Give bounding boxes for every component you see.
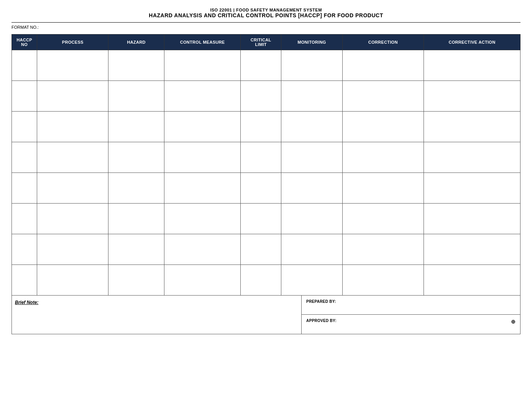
page-header: ISO 22001 | FOOD SAFETY MANAGEMENT SYSTE…	[11, 8, 521, 18]
cell-hazard	[108, 204, 164, 234]
cell-critical_limit	[241, 265, 281, 296]
cell-monitoring	[281, 173, 342, 204]
cell-hazard	[108, 50, 164, 81]
cell-correction	[342, 265, 424, 296]
col-header-haccp-no: HACCPNO	[12, 34, 37, 50]
cell-control_measure	[164, 142, 241, 173]
subtitle: ISO 22001 | FOOD SAFETY MANAGEMENT SYSTE…	[11, 8, 521, 12]
col-header-correction: CORRECTION	[342, 34, 424, 50]
cell-control_measure	[164, 173, 241, 204]
page-title: HAZARD ANALYSIS AND CRITICAL CONTROL POI…	[11, 12, 521, 18]
cell-correction	[342, 204, 424, 234]
cell-corrective_action	[424, 81, 520, 112]
prepared-by-row: PREPARED BY:	[302, 296, 520, 315]
cell-corrective_action	[424, 112, 520, 142]
col-header-monitoring: MONITORING	[281, 34, 342, 50]
prepared-by-label: PREPARED BY:	[306, 299, 336, 304]
cell-monitoring	[281, 204, 342, 234]
signatures-section: PREPARED BY: APPROVED BY: ⊕	[302, 296, 521, 334]
cell-process	[37, 142, 108, 173]
cell-critical_limit	[241, 81, 281, 112]
cell-hazard	[108, 265, 164, 296]
col-header-corrective-action: CORRECTIVE ACTION	[424, 34, 520, 50]
brief-note-section: Brief Note:	[11, 296, 302, 334]
table-row	[12, 81, 521, 112]
cell-corrective_action	[424, 204, 520, 234]
cell-process	[37, 173, 108, 204]
cell-hazard	[108, 142, 164, 173]
cell-correction	[342, 234, 424, 265]
table-row	[12, 112, 521, 142]
cell-corrective_action	[424, 265, 520, 296]
cell-haccp_no	[12, 234, 37, 265]
cell-hazard	[108, 234, 164, 265]
cell-correction	[342, 81, 424, 112]
cell-corrective_action	[424, 234, 520, 265]
cell-process	[37, 50, 108, 81]
cell-correction	[342, 142, 424, 173]
col-header-process: PROCESS	[37, 34, 108, 50]
cell-haccp_no	[12, 112, 37, 142]
cell-control_measure	[164, 265, 241, 296]
cell-critical_limit	[241, 173, 281, 204]
cell-process	[37, 234, 108, 265]
haccp-table: HACCPNO PROCESS HAZARD CONTROL MEASURE C…	[11, 34, 521, 296]
cell-corrective_action	[424, 173, 520, 204]
cell-critical_limit	[241, 234, 281, 265]
cell-haccp_no	[12, 173, 37, 204]
cell-correction	[342, 50, 424, 81]
table-row	[12, 265, 521, 296]
cell-monitoring	[281, 112, 342, 142]
approved-by-label: APPROVED BY:	[306, 319, 337, 323]
plus-icon: ⊕	[511, 319, 516, 325]
cell-hazard	[108, 112, 164, 142]
table-header-row: HACCPNO PROCESS HAZARD CONTROL MEASURE C…	[12, 34, 521, 50]
format-no: FORMAT NO.:	[11, 25, 521, 30]
cell-correction	[342, 173, 424, 204]
cell-haccp_no	[12, 50, 37, 81]
cell-control_measure	[164, 234, 241, 265]
cell-monitoring	[281, 50, 342, 81]
col-header-hazard: HAZARD	[108, 34, 164, 50]
cell-process	[37, 81, 108, 112]
cell-critical_limit	[241, 112, 281, 142]
cell-corrective_action	[424, 142, 520, 173]
cell-hazard	[108, 81, 164, 112]
cell-critical_limit	[241, 142, 281, 173]
table-row	[12, 142, 521, 173]
cell-monitoring	[281, 234, 342, 265]
cell-haccp_no	[12, 142, 37, 173]
footer-row: Brief Note: PREPARED BY: APPROVED BY: ⊕	[11, 296, 521, 334]
cell-process	[37, 112, 108, 142]
cell-critical_limit	[241, 50, 281, 81]
cell-haccp_no	[12, 81, 37, 112]
table-row	[12, 50, 521, 81]
cell-haccp_no	[12, 204, 37, 234]
approved-by-row: APPROVED BY: ⊕	[302, 315, 520, 334]
cell-process	[37, 265, 108, 296]
cell-process	[37, 204, 108, 234]
cell-haccp_no	[12, 265, 37, 296]
cell-corrective_action	[424, 50, 520, 81]
header-divider	[11, 22, 521, 23]
cell-hazard	[108, 173, 164, 204]
cell-monitoring	[281, 142, 342, 173]
table-row	[12, 204, 521, 234]
table-row	[12, 234, 521, 265]
brief-note-label: Brief Note:	[15, 300, 38, 305]
col-header-critical-limit: CRITICALLIMIT	[241, 34, 281, 50]
col-header-control-measure: CONTROL MEASURE	[164, 34, 241, 50]
cell-control_measure	[164, 112, 241, 142]
cell-control_measure	[164, 50, 241, 81]
cell-control_measure	[164, 204, 241, 234]
cell-monitoring	[281, 81, 342, 112]
cell-critical_limit	[241, 204, 281, 234]
cell-control_measure	[164, 81, 241, 112]
table-row	[12, 173, 521, 204]
cell-monitoring	[281, 265, 342, 296]
cell-correction	[342, 112, 424, 142]
